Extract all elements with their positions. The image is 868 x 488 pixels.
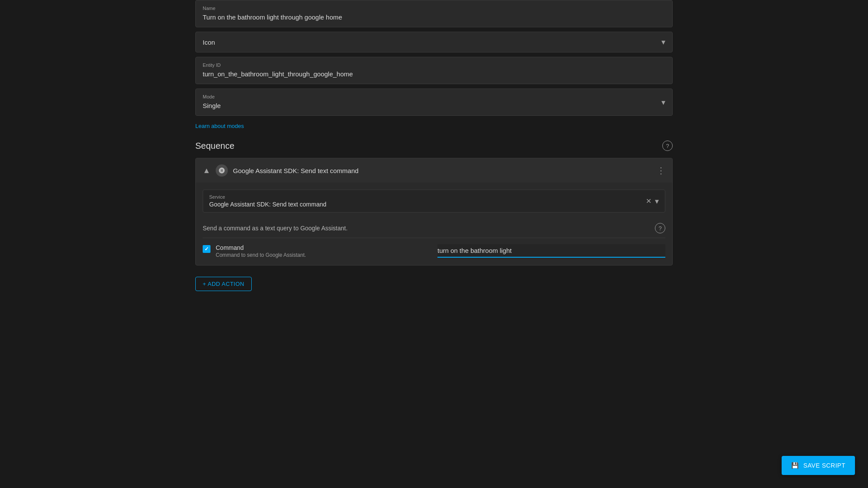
- command-row: Command Command to send to Google Assist…: [203, 244, 665, 258]
- name-value: Turn on the bathroom light through googl…: [203, 13, 665, 22]
- command-checkbox-container: Command Command to send to Google Assist…: [203, 244, 431, 258]
- service-field-actions: ✕ ▾: [646, 197, 659, 206]
- service-description: Send a command as a text query to Google…: [203, 225, 348, 232]
- command-label-group: Command Command to send to Google Assist…: [216, 244, 306, 258]
- service-label: Service: [209, 194, 646, 200]
- learn-modes-link[interactable]: Learn about modes: [195, 120, 244, 132]
- command-input-container: [437, 244, 665, 258]
- name-field: Name Turn on the bathroom light through …: [195, 0, 673, 27]
- entity-id-field: Entity ID turn_on_the_bathroom_light_thr…: [195, 57, 673, 84]
- mode-value: Single: [203, 101, 221, 110]
- action-card-body: Service Google Assistant SDK: Send text …: [196, 183, 672, 265]
- sequence-section-header: Sequence ?: [195, 132, 673, 158]
- mode-field: Mode Single ▾: [195, 88, 673, 116]
- action-card-header: ▲ Google Assistant SDK: Send text comman…: [196, 158, 672, 183]
- google-assistant-icon: [216, 164, 228, 177]
- service-dropdown-arrow[interactable]: ▾: [655, 197, 659, 206]
- icon-field[interactable]: Icon ▾: [195, 32, 673, 52]
- icon-placeholder: Icon: [203, 38, 215, 47]
- mode-label: Mode: [203, 94, 221, 99]
- save-script-icon: 💾: [791, 462, 799, 469]
- action-title: Google Assistant SDK: Send text command: [233, 167, 651, 174]
- name-label: Name: [203, 6, 665, 11]
- entity-id-label: Entity ID: [203, 62, 665, 68]
- description-help-icon[interactable]: ?: [655, 223, 665, 233]
- service-value: Google Assistant SDK: Send text command: [209, 201, 646, 208]
- description-row: Send a command as a text query to Google…: [203, 219, 665, 238]
- add-action-label: + ADD ACTION: [203, 281, 244, 287]
- sequence-title: Sequence: [195, 141, 234, 151]
- service-field-left: Service Google Assistant SDK: Send text …: [209, 194, 646, 208]
- command-label: Command: [216, 244, 306, 251]
- service-clear-icon[interactable]: ✕: [646, 197, 651, 205]
- command-input[interactable]: [437, 244, 665, 258]
- action-card: ▲ Google Assistant SDK: Send text comman…: [195, 158, 673, 265]
- collapse-icon[interactable]: ▲: [203, 166, 210, 175]
- save-script-button[interactable]: 💾 SAVE SCRIPT: [782, 456, 855, 475]
- more-options-icon[interactable]: ⋮: [657, 165, 665, 176]
- service-field: Service Google Assistant SDK: Send text …: [203, 190, 665, 213]
- save-script-label: SAVE SCRIPT: [803, 462, 845, 469]
- add-action-button[interactable]: + ADD ACTION: [195, 277, 252, 291]
- command-checkbox[interactable]: [203, 245, 210, 253]
- command-sublabel: Command to send to Google Assistant.: [216, 252, 306, 258]
- entity-id-value: turn_on_the_bathroom_light_through_googl…: [203, 69, 665, 79]
- icon-dropdown-arrow[interactable]: ▾: [661, 37, 665, 47]
- mode-dropdown-arrow[interactable]: ▾: [661, 98, 665, 107]
- sequence-help-icon[interactable]: ?: [662, 141, 673, 151]
